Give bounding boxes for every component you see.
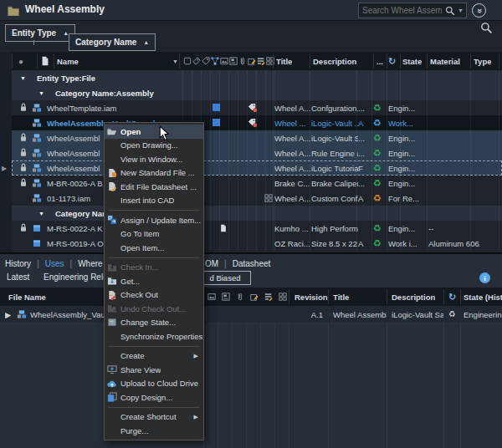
find-in-grid-icon[interactable] <box>480 22 493 34</box>
collapse-panel-button[interactable]: » <box>472 3 486 18</box>
menu-item-check-out[interactable]: Check Out <box>105 288 203 303</box>
paperclip-icon[interactable] <box>238 57 247 65</box>
thumbnail-icon[interactable] <box>222 293 230 301</box>
file-pencil-icon <box>107 181 120 191</box>
search-input[interactable] <box>359 6 445 15</box>
cell-dots: ... <box>358 100 371 115</box>
current-row-pointer-icon: ▶ <box>2 165 7 172</box>
column-material[interactable]: Material <box>430 52 460 70</box>
cell-state: Engin... <box>388 221 427 236</box>
state-recycle-icon: ♻ <box>373 145 382 160</box>
datasheet-edit-icon[interactable] <box>257 57 265 65</box>
cell-state: Engin... <box>388 176 427 191</box>
menu-item-create-shortcut[interactable]: Create Shortcut ▶ <box>105 410 203 425</box>
menu-separator <box>108 210 200 211</box>
chip-label: Category Name <box>75 38 136 47</box>
double-chevron-icon: » <box>475 8 484 13</box>
column-file-name[interactable]: File Name <box>8 288 46 306</box>
checkout-edit-icon[interactable] <box>250 293 259 301</box>
menu-item-share-view[interactable]: Share View <box>105 363 203 377</box>
info-icon[interactable]: i <box>479 272 490 283</box>
menu-item-open-item[interactable]: Open Item... <box>105 241 203 255</box>
grid-icon[interactable] <box>279 293 287 301</box>
menu-item-get[interactable]: Get... <box>105 274 203 288</box>
column-name[interactable]: Name <box>57 52 79 70</box>
check-in-icon <box>107 262 120 272</box>
status-circle-icon[interactable]: ● <box>18 52 23 70</box>
collapse-triangle-icon[interactable]: ▼ <box>38 85 44 100</box>
cell-material: -- <box>428 221 480 236</box>
sync-column-icon[interactable]: ↻ <box>388 52 396 70</box>
paperclip-icon[interactable] <box>236 293 244 301</box>
menu-item-insert-into-cad[interactable]: Insert into CAD <box>105 194 203 208</box>
tag-icon[interactable] <box>202 57 210 65</box>
menu-item-purge[interactable]: Purge... <box>105 424 203 438</box>
caret-up-icon: ▲ <box>143 39 149 45</box>
column-title[interactable]: Title <box>333 288 349 306</box>
price-tag-icon[interactable] <box>192 57 201 65</box>
tab-uses[interactable]: Uses <box>45 259 64 268</box>
column-title[interactable]: Title <box>276 52 292 70</box>
cell-state: Engin... <box>388 160 427 176</box>
search-settings-icon[interactable] <box>445 6 455 16</box>
state-recycle-icon: ♻ <box>448 306 456 323</box>
tab-datasheet[interactable]: Datasheet <box>233 259 271 268</box>
tab-history[interactable]: History <box>5 259 31 268</box>
menu-item-edit-file-datasheet[interactable]: Edit File Datasheet ... <box>105 180 203 194</box>
column-state[interactable]: State <box>402 52 422 70</box>
menu-item-view-in-window[interactable]: View in Window... <box>105 152 203 166</box>
column-description[interactable]: Description <box>392 288 435 306</box>
cell-description: Confguration... <box>311 100 358 115</box>
lock-icon <box>18 132 28 142</box>
latest-label[interactable]: Latest <box>7 272 29 282</box>
column-revision[interactable]: Revision <box>295 288 328 306</box>
menu-item-open[interactable]: Open <box>105 125 203 139</box>
column-select-icon[interactable] <box>183 57 192 65</box>
menu-item-go-to-item[interactable]: Go To Item <box>105 227 203 242</box>
search-caret-icon[interactable]: ▼ <box>455 8 466 13</box>
sync-column-icon[interactable]: ↻ <box>448 288 456 306</box>
column-state-historical[interactable]: State (Historical) <box>464 288 502 306</box>
expand-triangle-icon[interactable]: ▶ <box>5 306 11 323</box>
menu-item-synchronize-properties[interactable]: Synchronize Properties <box>105 329 203 344</box>
file-type-column-icon[interactable] <box>40 56 50 66</box>
group-label: Entity Type:File <box>37 70 95 85</box>
datasheet-edit-icon[interactable] <box>264 293 273 301</box>
open-folder-icon <box>107 126 120 136</box>
part-icon <box>32 238 42 248</box>
tab-separator: | <box>224 259 227 268</box>
lock-icon <box>18 162 28 172</box>
menu-item-change-state[interactable]: Change State... <box>105 316 203 330</box>
menu-item-assign-update-item[interactable]: Assign / Update Item... <box>105 213 203 227</box>
menu-item-open-drawing[interactable]: Open Drawing... <box>105 139 203 153</box>
cell-dots: ... <box>358 130 371 145</box>
cell-title: Wheel ... <box>274 115 311 130</box>
column-type[interactable]: Type <box>474 52 491 70</box>
tab-bom[interactable]: OM <box>205 259 218 268</box>
share-link-icon[interactable] <box>211 57 219 65</box>
column-description[interactable]: Description <box>313 52 356 70</box>
groupby-chip-category-name[interactable]: Category Name ▲ <box>69 33 156 51</box>
menu-item-upload-to-cloud-drive[interactable]: Upload to Cloud Drive <box>105 377 203 391</box>
menu-item-new-standard-file[interactable]: New Standard File ... <box>105 166 203 181</box>
collapse-triangle-icon[interactable]: ▼ <box>20 70 26 85</box>
name-filter-caret-icon[interactable]: ▼ <box>172 52 178 70</box>
menu-item-copy-design[interactable]: Copy Design... <box>105 390 203 405</box>
collapse-triangle-icon[interactable]: ▼ <box>38 206 44 221</box>
assembly-icon <box>32 103 42 113</box>
menu-item-create[interactable]: Create ▶ <box>105 349 203 364</box>
column-dots[interactable]: ... <box>376 52 383 70</box>
uses-grid-row[interactable]: ▶ WheelAssembly_VaultS A.1 Wheel Assembl… <box>0 306 502 323</box>
page-title: Wheel Assembly <box>25 3 105 15</box>
groupby-chip-entity-type[interactable]: Entity Type ▲ <box>5 24 75 42</box>
cell-description: High Perform... <box>311 221 358 236</box>
thumbnail-icon[interactable] <box>229 57 238 65</box>
menu-separator <box>108 346 200 347</box>
info-glyph: i <box>484 274 486 283</box>
checkout-edit-icon[interactable] <box>248 57 256 65</box>
file-name: WheelTemplate.iam <box>47 100 189 115</box>
image-icon[interactable] <box>207 293 216 301</box>
biased-dropdown[interactable]: d Biased <box>199 271 251 285</box>
cell-description: Size 8.5 x 22 i... <box>311 236 358 251</box>
image-icon[interactable] <box>220 57 228 65</box>
